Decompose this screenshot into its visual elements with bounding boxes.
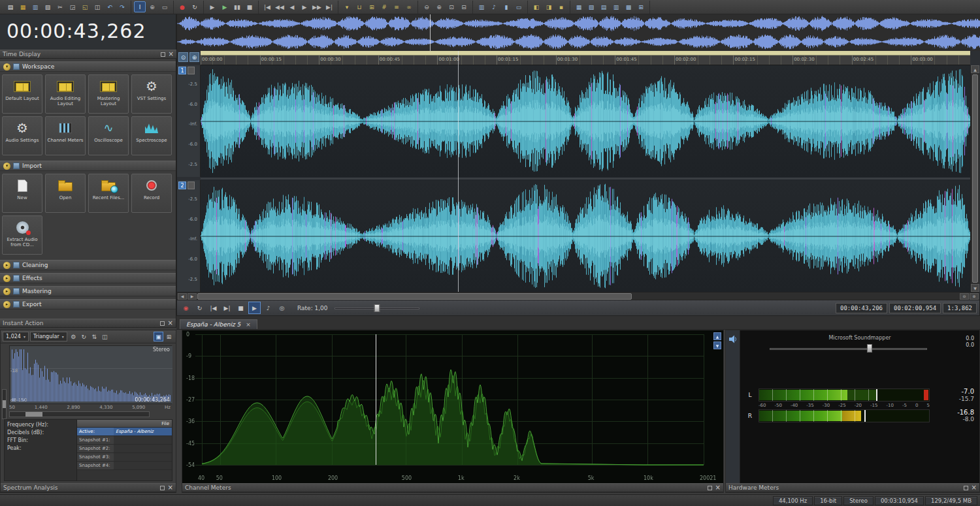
go-to-start-icon[interactable]: |◀ [207, 302, 220, 314]
vertical-scroll-thumb[interactable] [972, 74, 978, 283]
snapshot-row[interactable]: Snapshot #1: [77, 436, 172, 445]
ripple-icon[interactable]: ≡ [391, 1, 402, 12]
close-icon[interactable]: × [972, 484, 977, 491]
undo-icon[interactable]: ↶ [104, 1, 116, 12]
overview-waveform-canvas[interactable] [177, 14, 980, 51]
workspace-b-icon[interactable]: ▧ [585, 1, 597, 12]
spectrum-scroll-thumb[interactable] [25, 412, 42, 417]
crossfade-icon[interactable]: ∞ [403, 1, 415, 12]
action-extract-audio-from-cd[interactable]: Extract Audio from CD... [2, 215, 42, 255]
mixer-icon[interactable]: ▥ [476, 1, 487, 12]
scrub-tool-icon[interactable]: ⊙ [178, 52, 188, 62]
stop-icon[interactable]: ■ [235, 302, 247, 314]
section-header-cleaning[interactable]: ▸Cleaning [0, 260, 176, 270]
action-channel-meters[interactable]: Channel Meters [45, 116, 86, 155]
action-mastering-layout[interactable]: Mastering Layout [88, 74, 129, 114]
loop-region-bar[interactable] [201, 51, 970, 55]
section-header-workspace[interactable]: ▾Workspace [0, 61, 176, 72]
workspace-f-icon[interactable]: ⊞ [635, 1, 647, 12]
lock-icon[interactable]: ▣ [154, 332, 163, 341]
snapshot-row[interactable]: Snapshot #4: [77, 462, 172, 470]
window-type-select[interactable]: Triangular ▾ [30, 332, 67, 341]
command-icon[interactable]: ⊞ [366, 1, 378, 12]
video-preview-icon[interactable]: ▭ [513, 1, 525, 12]
action-default-layout[interactable]: Default Layout [2, 74, 42, 114]
action-audio-settings[interactable]: ⚙Audio Settings [2, 116, 42, 155]
channel-1-badge[interactable]: 1 [178, 67, 186, 74]
save-icon[interactable]: ▥ [29, 1, 41, 12]
snapshot-row[interactable]: Snapshot #3: [77, 453, 172, 462]
copy-icon[interactable]: ◲ [67, 1, 78, 12]
trim-icon[interactable]: ◫ [91, 1, 103, 12]
close-icon[interactable]: × [168, 484, 173, 491]
scroll-down-icon[interactable]: ▼ [713, 341, 721, 349]
float-button[interactable] [708, 486, 712, 490]
plugin-chain-icon[interactable]: ♪ [488, 1, 500, 12]
action-oscilloscope[interactable]: ∿Oscilloscope [88, 116, 129, 155]
snapshot-row[interactable]: Snapshot #2: [77, 445, 172, 453]
section-header-import[interactable]: ▾Import [0, 161, 176, 171]
tab-close-icon[interactable]: × [246, 321, 251, 328]
refresh-icon[interactable]: ↻ [79, 332, 89, 341]
magnify-tool-icon[interactable]: ⊕ [146, 1, 158, 12]
action-record[interactable]: Record [131, 174, 172, 213]
action-recent-files[interactable]: Recent Files... [88, 174, 129, 213]
fft-size-select[interactable]: 1,024 ▾ [3, 332, 29, 341]
float-button[interactable] [964, 486, 968, 490]
section-header-export[interactable]: ▸Export [0, 299, 176, 309]
lock-icon[interactable]: ▪ [555, 1, 567, 12]
scroll-down-icon[interactable]: ▼ [971, 284, 979, 292]
section-header-effects[interactable]: ▸Effects [0, 273, 176, 283]
spectrum-analysis-titlebar[interactable]: Spectrum Analysis × [1, 483, 176, 492]
redo-icon[interactable]: ↷ [116, 1, 128, 12]
action-open[interactable]: Open [45, 174, 86, 213]
go-to-end-icon[interactable]: ▶| [221, 302, 233, 314]
close-icon[interactable]: × [169, 51, 174, 57]
paste-icon[interactable]: ◱ [79, 1, 91, 12]
pause-icon[interactable]: ▮▮ [231, 1, 243, 12]
stop-icon[interactable]: ■ [244, 1, 255, 12]
scroll-up-icon[interactable]: ▲ [713, 332, 721, 340]
spectrum-zoom-thumb[interactable] [3, 400, 6, 408]
action-vst-settings[interactable]: ⚙VST Settings [131, 74, 172, 114]
time-display-titlebar[interactable]: Time Display × [0, 50, 176, 59]
new-file-icon[interactable]: ▤ [5, 1, 16, 12]
horizontal-scrollbar[interactable]: ◀ ▶ ⊖ ⊕ [177, 292, 979, 300]
spectrum-histogram[interactable]: -18 dB-150 Stereo 00:00:43,264 [9, 345, 172, 404]
spectrum-histogram-canvas[interactable] [10, 346, 172, 403]
channel-2-minimize-button[interactable] [188, 182, 195, 189]
sort-icon[interactable]: ⇅ [90, 332, 99, 341]
settings-gear-icon[interactable]: ⚙ [69, 332, 78, 341]
explorer-icon[interactable]: ◨ [543, 1, 555, 12]
edit-tool-icon[interactable]: I [134, 1, 146, 12]
step-back-icon[interactable]: ◀ [286, 1, 298, 12]
rate-slider[interactable] [335, 304, 419, 313]
overview-waveform[interactable] [176, 14, 980, 51]
play-device-icon[interactable]: ♪ [262, 302, 274, 314]
step-forward-icon[interactable]: ▶ [299, 1, 310, 12]
loop-playback-icon[interactable]: ↻ [189, 1, 201, 12]
waveform-channel-1[interactable] [201, 65, 970, 177]
hardware-meters-titlebar[interactable]: Hardware Meters × [726, 483, 979, 492]
zoom-selection-icon[interactable]: ⊡ [446, 1, 457, 12]
zoom-in-icon[interactable]: ⊕ [433, 1, 445, 12]
open-file-icon[interactable]: ▦ [17, 1, 29, 12]
zoom-out-icon[interactable]: ⊖ [421, 1, 433, 12]
go-to-start-icon[interactable]: |◀ [261, 1, 273, 12]
rate-slider-thumb[interactable] [374, 304, 380, 312]
time-ruler[interactable]: 00:00:0000:00:1500:00:3000:00:4500:01:00… [201, 55, 970, 65]
waveform-channel-2[interactable] [201, 180, 970, 292]
play-icon[interactable]: ▶ [248, 302, 261, 314]
close-icon[interactable]: × [715, 484, 721, 491]
instant-action-titlebar[interactable]: Instant Action × [0, 319, 176, 328]
workspace-e-icon[interactable]: ▩ [623, 1, 634, 12]
float-button[interactable] [160, 486, 165, 490]
rewind-icon[interactable]: ◀◀ [274, 1, 286, 12]
vertical-scrollbar[interactable]: ▲ ▼ [970, 65, 979, 292]
speaker-icon[interactable] [728, 334, 738, 346]
cut-icon[interactable]: ✂ [54, 1, 66, 12]
close-icon[interactable]: × [168, 320, 173, 326]
horizontal-scroll-track[interactable] [197, 293, 959, 300]
gain-slider-thumb[interactable] [867, 344, 872, 353]
section-header-mastering[interactable]: ▸Mastering [0, 286, 176, 296]
